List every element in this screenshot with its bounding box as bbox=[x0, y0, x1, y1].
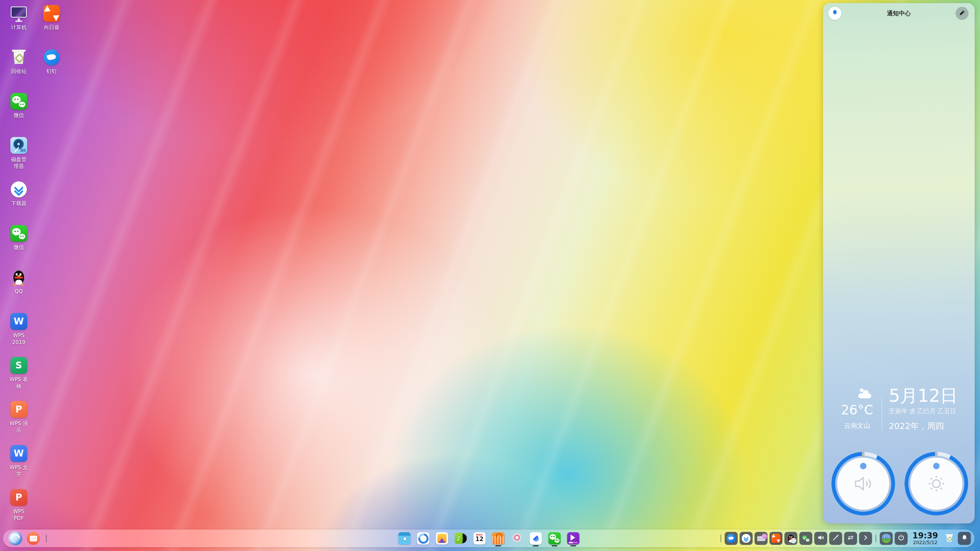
icon-label: 钉钉 bbox=[47, 68, 57, 75]
clock-time: 19:39 bbox=[911, 531, 939, 540]
notification-center-panel: 通知中心 26°C 云南文山 5月12日 壬寅年 虎 乙巳月 乙丑日 2022年… bbox=[823, 3, 975, 523]
wechat-icon bbox=[10, 93, 28, 110]
date-day: 5月12日 bbox=[889, 386, 958, 406]
chevron-right-icon bbox=[862, 534, 869, 543]
icon-label: WPS 表格 bbox=[10, 376, 28, 390]
wechat-icon bbox=[10, 225, 28, 242]
desktop-icon-sunflower[interactable]: 向日葵 bbox=[35, 4, 68, 48]
wps-s-icon: S bbox=[10, 357, 28, 374]
tray-security-center[interactable] bbox=[880, 532, 893, 545]
wechat-icon bbox=[801, 534, 810, 543]
browser-icon bbox=[417, 532, 430, 544]
tray-dingtalk[interactable] bbox=[725, 532, 738, 545]
tray-network-transfer[interactable] bbox=[844, 532, 857, 545]
desktop-column-2: 向日葵 钉钉 bbox=[35, 4, 68, 532]
cloudy-icon bbox=[858, 393, 871, 398]
desktop-icon-disk-manager[interactable]: 磁盘管理器 bbox=[2, 136, 35, 180]
desktop-icon-wps-2019[interactable]: W WPS2019 bbox=[2, 312, 35, 356]
wps-pdf-icon: P bbox=[10, 489, 28, 506]
bell-icon bbox=[961, 534, 968, 543]
notification-center-header: 通知中心 bbox=[823, 3, 975, 24]
wps-w-icon: W bbox=[10, 313, 28, 330]
dingtalk-icon bbox=[727, 534, 735, 543]
taskbar-separator bbox=[720, 535, 721, 542]
taskbar-separator bbox=[875, 535, 876, 542]
settings-gear-icon bbox=[511, 532, 523, 545]
uos-launcher-icon[interactable] bbox=[8, 531, 22, 545]
power-icon bbox=[897, 534, 905, 543]
desktop-icon-wps-pdf[interactable]: P WPSPDF bbox=[2, 488, 35, 532]
desktop-icon-computer[interactable]: 计算机 bbox=[2, 4, 35, 48]
weather-widget: 26°C 云南文山 5月12日 壬寅年 虎 乙巳月 乙丑日 2022年，周四 bbox=[823, 384, 975, 449]
downloader-icon bbox=[742, 534, 750, 543]
desktop-icon-wechat-2[interactable]: 微信 bbox=[2, 224, 35, 268]
recycle-bin-icon bbox=[10, 49, 28, 66]
tray-qq[interactable] bbox=[784, 532, 797, 545]
desktop-column-1: 计算机 回收站 微信 磁盘管理器 下载器 bbox=[2, 4, 35, 532]
panel-title: 通知中心 bbox=[823, 3, 975, 24]
dock-tencent-meeting[interactable] bbox=[529, 530, 542, 547]
dock-image-viewer[interactable] bbox=[436, 530, 449, 547]
desktop-icon-recycle-bin[interactable]: 回收站 bbox=[2, 48, 35, 92]
icon-label: 向日葵 bbox=[44, 24, 60, 31]
disk-manager-icon bbox=[10, 137, 28, 154]
dingtalk-icon bbox=[43, 49, 60, 66]
dock-control-center[interactable] bbox=[511, 530, 524, 547]
icon-label: WPS 演示 bbox=[10, 420, 28, 434]
taskbar-left-group bbox=[8, 530, 48, 547]
tray-downloader[interactable] bbox=[740, 532, 753, 545]
wps-p-icon: P bbox=[10, 401, 28, 418]
wechat-icon bbox=[549, 532, 561, 544]
computer-icon bbox=[10, 5, 28, 22]
dock-file-manager[interactable] bbox=[398, 530, 411, 547]
desktop-icon-downloader[interactable]: 下载器 bbox=[2, 180, 35, 224]
icon-label: 计算机 bbox=[11, 24, 27, 31]
dock-music-player[interactable]: ♪ bbox=[454, 530, 467, 547]
icon-label: 微信 bbox=[14, 244, 24, 251]
running-indicator bbox=[495, 545, 501, 546]
taskbar-clock[interactable]: 19:39 2022/5/12 bbox=[911, 531, 939, 545]
tray-power[interactable] bbox=[895, 532, 908, 545]
desktop-icon-grid: 计算机 回收站 微信 磁盘管理器 下载器 bbox=[2, 4, 68, 532]
desktop-icon-wps-writer[interactable]: W WPS 文字 bbox=[2, 444, 35, 488]
tray-sunflower[interactable] bbox=[769, 532, 782, 545]
desktop-icon-qq[interactable]: QQ bbox=[2, 268, 35, 312]
brightness-dial[interactable] bbox=[903, 451, 969, 518]
tray-pen[interactable] bbox=[829, 532, 842, 545]
icon-label: WPS 文字 bbox=[10, 464, 28, 478]
transfer-arrows-icon bbox=[847, 534, 854, 543]
broom-icon bbox=[959, 10, 965, 18]
desktop-icon-dingtalk[interactable]: 钉钉 bbox=[35, 48, 68, 92]
taskbar-dock: ♪ MAY 12 bbox=[398, 530, 580, 547]
tray-wechat[interactable] bbox=[799, 532, 812, 545]
multitask-view-icon[interactable] bbox=[27, 532, 40, 545]
tray-notification-bell[interactable] bbox=[958, 532, 971, 545]
dock-app-store[interactable] bbox=[492, 530, 505, 547]
recycle-bin-icon bbox=[944, 533, 954, 543]
icon-label: QQ bbox=[15, 288, 23, 295]
icon-label: 下载器 bbox=[11, 200, 27, 207]
tray-volume[interactable] bbox=[814, 532, 827, 545]
tray-keyboard-input[interactable] bbox=[755, 532, 768, 545]
icon-label: WPSPDF bbox=[13, 508, 24, 522]
running-indicator bbox=[552, 545, 557, 546]
dock-wechat[interactable] bbox=[548, 530, 561, 547]
wps-w-icon: W bbox=[10, 445, 28, 462]
desktop-icon-wps-slides[interactable]: P WPS 演示 bbox=[2, 400, 35, 444]
movie-player-icon bbox=[567, 532, 580, 544]
tray-expand-chevron[interactable] bbox=[859, 532, 872, 545]
desktop-icon-wps-sheets[interactable]: S WPS 表格 bbox=[2, 356, 35, 400]
date-lunar: 壬寅年 虎 乙巳月 乙丑日 bbox=[889, 408, 958, 416]
desktop-icon-wechat[interactable]: 微信 bbox=[2, 92, 35, 136]
dock-browser[interactable] bbox=[417, 530, 430, 547]
clear-notifications-button[interactable] bbox=[956, 7, 969, 20]
dock-movie-player[interactable] bbox=[567, 530, 580, 547]
tray-recycle-bin[interactable] bbox=[943, 531, 956, 546]
volume-dial[interactable] bbox=[830, 451, 896, 518]
date-year-week: 2022年，周四 bbox=[889, 421, 958, 432]
app-store-icon bbox=[492, 532, 505, 544]
taskbar: ♪ MAY 12 bbox=[3, 530, 975, 547]
running-indicator bbox=[533, 545, 539, 546]
dock-calendar[interactable]: MAY 12 bbox=[473, 530, 486, 547]
icon-label: 回收站 bbox=[11, 68, 27, 75]
